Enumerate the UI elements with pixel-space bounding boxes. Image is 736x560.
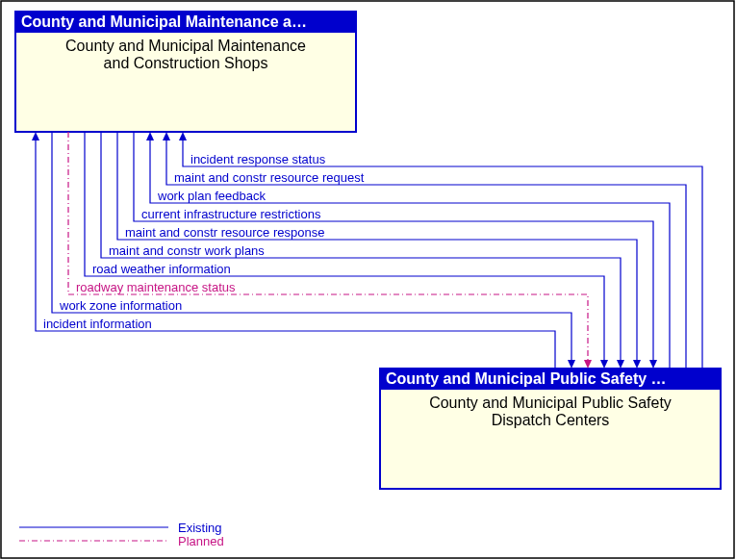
entity-header: County and Municipal Maintenance a…: [21, 13, 307, 30]
flow-label: incident information: [43, 317, 152, 331]
flow-label: incident response status: [190, 152, 326, 166]
svg-marker-7: [649, 360, 657, 369]
legend: Existing Planned: [19, 521, 224, 548]
svg-marker-13: [32, 132, 39, 140]
flow-label: work zone information: [59, 298, 182, 313]
svg-marker-4: [179, 132, 187, 140]
flow-label: maint and constr resource request: [174, 170, 365, 185]
flow-label: maint and constr resource response: [125, 225, 324, 240]
svg-marker-12: [568, 360, 575, 369]
entity-title-line: County and Municipal Public Safety: [429, 395, 672, 411]
svg-marker-6: [146, 132, 154, 140]
entity-dispatch-centers[interactable]: County and Municipal Public Safety … Cou…: [380, 369, 721, 489]
legend-existing-label: Existing: [178, 521, 222, 535]
svg-marker-10: [600, 360, 608, 369]
svg-marker-11: [584, 360, 592, 369]
flow-label: work plan feedback: [157, 189, 266, 203]
flow-label: roadway maintenance status: [76, 280, 236, 294]
flow-maint-and-constr-work-plans: maint and constr work plans: [101, 132, 624, 369]
entity-title-line: Dispatch Centers: [492, 412, 610, 428]
architecture-diagram: County and Municipal Maintenance a… Coun…: [0, 0, 736, 560]
svg-marker-5: [163, 132, 170, 140]
svg-marker-8: [633, 360, 641, 369]
entity-title-line: and Construction Shops: [104, 55, 268, 71]
flow-label: maint and constr work plans: [109, 243, 265, 258]
flow-label: road weather information: [92, 262, 231, 276]
entity-header: County and Municipal Public Safety …: [386, 370, 667, 387]
flow-label: current infrastructure restrictions: [141, 207, 321, 221]
entity-title-line: County and Municipal Maintenance: [65, 38, 306, 54]
svg-marker-9: [617, 360, 624, 369]
flows-group: incident response statusmaint and constr…: [32, 132, 702, 369]
entity-maintenance-shops[interactable]: County and Municipal Maintenance a… Coun…: [15, 12, 356, 132]
legend-planned-label: Planned: [178, 534, 224, 548]
